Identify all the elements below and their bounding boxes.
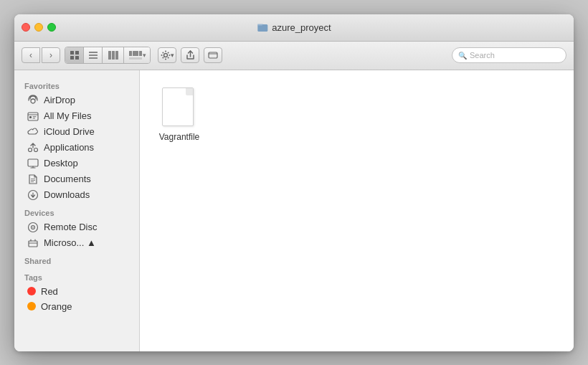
cover-flow-icon xyxy=(128,50,143,60)
svg-rect-28 xyxy=(33,116,37,117)
close-button[interactable] xyxy=(22,23,30,32)
svg-point-15 xyxy=(163,54,167,57)
svg-rect-2 xyxy=(75,51,79,54)
favorites-section-label: Favorites xyxy=(14,76,139,93)
cover-flow-dropdown-icon: ▾ xyxy=(143,52,146,59)
svg-point-16 xyxy=(165,51,166,52)
red-tag-label: Red xyxy=(41,286,58,297)
maximize-button[interactable] xyxy=(47,23,56,32)
action-dropdown-icon: ▾ xyxy=(171,52,174,59)
gear-icon xyxy=(161,50,171,60)
vagrantfile-label: Vagrantfile xyxy=(159,132,199,142)
sidebar-item-remote-disc[interactable]: Remote Disc xyxy=(17,219,136,235)
cover-flow-button[interactable]: ▾ xyxy=(124,47,150,63)
desktop-icon xyxy=(27,158,39,169)
icon-view-button[interactable] xyxy=(65,47,84,63)
downloads-icon xyxy=(27,189,39,201)
svg-rect-27 xyxy=(29,116,32,118)
airdrop-icon xyxy=(27,95,39,106)
column-view-button[interactable] xyxy=(103,47,124,63)
window-title: azure_proyect xyxy=(272,22,331,33)
applications-icon xyxy=(27,142,39,153)
svg-rect-1 xyxy=(70,51,74,54)
remote-disc-label: Remote Disc xyxy=(44,222,97,232)
path-icon xyxy=(208,51,218,60)
sidebar-item-icloud-drive[interactable]: iCloud Drive xyxy=(17,124,136,140)
svg-point-17 xyxy=(165,59,166,60)
sidebar-item-microsoft[interactable]: Microso... ▲ xyxy=(17,235,136,251)
svg-point-22 xyxy=(162,57,163,59)
titlebar: azure_proyect xyxy=(14,14,574,42)
sidebar: Favorites AirDrop xyxy=(14,70,140,351)
forward-icon: › xyxy=(49,50,52,60)
svg-rect-12 xyxy=(133,51,138,56)
share-icon xyxy=(186,50,195,60)
remote-disc-icon xyxy=(27,222,39,233)
svg-point-21 xyxy=(167,57,169,59)
sidebar-item-tag-orange[interactable]: Orange xyxy=(17,299,136,314)
icloud-drive-label: iCloud Drive xyxy=(44,126,95,137)
svg-point-23 xyxy=(167,52,169,53)
svg-rect-32 xyxy=(28,159,38,166)
microsoft-label: Microso... ▲ xyxy=(44,237,96,248)
sidebar-item-applications[interactable]: Applications xyxy=(17,140,136,156)
svg-rect-6 xyxy=(89,54,98,56)
traffic-lights xyxy=(22,23,56,32)
downloads-label: Downloads xyxy=(44,189,90,200)
share-button[interactable] xyxy=(181,47,199,63)
sidebar-item-tag-red[interactable]: Red xyxy=(17,284,136,299)
action-button[interactable]: ▾ xyxy=(158,47,176,63)
svg-point-39 xyxy=(32,227,34,228)
sidebar-item-documents[interactable]: Documents xyxy=(17,171,136,187)
svg-rect-13 xyxy=(139,51,142,56)
shared-section-label: Shared xyxy=(14,251,139,267)
main-area: Favorites AirDrop xyxy=(14,70,574,351)
svg-rect-29 xyxy=(33,118,36,118)
airdrop-label: AirDrop xyxy=(44,95,75,105)
svg-rect-24 xyxy=(209,52,217,58)
svg-rect-9 xyxy=(112,51,115,60)
nav-buttons: ‹ › xyxy=(22,47,60,63)
finder-window: azure_proyect ‹ › xyxy=(14,14,574,351)
sidebar-item-airdrop[interactable]: AirDrop xyxy=(17,93,136,108)
sidebar-item-desktop[interactable]: Desktop xyxy=(17,156,136,171)
toolbar: ‹ › xyxy=(14,42,574,70)
all-my-files-label: All My Files xyxy=(44,110,91,121)
sidebar-item-downloads[interactable]: Downloads xyxy=(17,187,136,203)
svg-point-30 xyxy=(29,148,32,151)
svg-rect-7 xyxy=(89,57,98,59)
list-view-button[interactable] xyxy=(84,47,103,63)
sidebar-item-all-my-files[interactable]: All My Files xyxy=(17,108,136,124)
svg-rect-10 xyxy=(115,51,118,60)
svg-rect-3 xyxy=(70,56,74,60)
search-icon: 🔍 xyxy=(458,52,467,60)
search-input[interactable]: Search xyxy=(470,51,560,60)
back-icon: ‹ xyxy=(29,50,32,60)
file-item-vagrantfile[interactable]: Vagrantfile xyxy=(154,85,204,145)
search-box[interactable]: 🔍 Search xyxy=(452,47,566,63)
tags-section-label: Tags xyxy=(14,267,139,284)
svg-rect-4 xyxy=(75,56,79,60)
svg-point-20 xyxy=(162,52,163,53)
file-area: Vagrantfile xyxy=(140,70,574,351)
minimize-button[interactable] xyxy=(34,23,43,32)
applications-label: Applications xyxy=(44,142,94,153)
documents-icon xyxy=(27,174,39,185)
svg-rect-11 xyxy=(129,51,132,56)
microsoft-drive-icon xyxy=(27,237,39,249)
path-button[interactable] xyxy=(204,47,222,63)
list-view-icon xyxy=(88,50,98,60)
icon-view-icon xyxy=(70,50,80,60)
column-view-icon xyxy=(108,50,119,60)
view-controls: ▾ xyxy=(65,47,151,64)
svg-point-25 xyxy=(31,99,35,103)
devices-section-label: Devices xyxy=(14,203,139,219)
vagrantfile-icon xyxy=(162,87,196,129)
back-button[interactable]: ‹ xyxy=(22,47,40,63)
svg-rect-40 xyxy=(29,241,37,247)
svg-point-18 xyxy=(161,54,162,56)
svg-rect-8 xyxy=(108,51,111,60)
svg-rect-14 xyxy=(129,57,142,60)
svg-rect-5 xyxy=(89,52,98,53)
forward-button[interactable]: › xyxy=(42,47,60,63)
